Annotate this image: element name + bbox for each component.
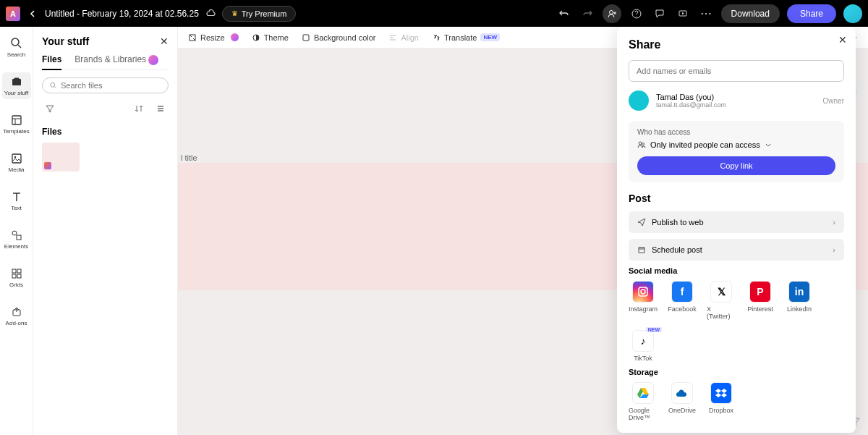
filter-button[interactable] (42, 101, 58, 117)
svg-point-23 (641, 290, 645, 294)
calendar-icon (637, 245, 646, 254)
svg-point-3 (12, 38, 19, 46)
svg-rect-6 (12, 154, 21, 163)
try-premium-button[interactable]: ♛ Try Premium (222, 6, 297, 22)
post-heading: Post (629, 193, 844, 204)
svg-point-7 (14, 156, 15, 158)
share-x-twitter[interactable]: 𝕏X (Twitter) (707, 281, 736, 320)
files-section-label: Files (42, 127, 169, 137)
schedule-post-button[interactable]: Schedule post › (629, 239, 844, 261)
app-logo[interactable]: A (6, 7, 20, 21)
svg-point-15 (51, 83, 55, 87)
close-share-button[interactable]: ✕ (838, 34, 847, 46)
new-badge: NEW (480, 33, 500, 41)
people-icon (637, 140, 646, 149)
share-dropbox[interactable]: Dropbox (707, 382, 736, 421)
premium-badge-icon (148, 55, 158, 65)
person-role: Owner (823, 97, 844, 105)
share-button[interactable]: Share (787, 4, 836, 23)
close-panel-button[interactable]: ✕ (160, 35, 169, 47)
chevron-right-icon: › (833, 218, 835, 227)
sort-button[interactable] (131, 101, 147, 117)
instagram-icon (632, 281, 654, 303)
search-files-wrap[interactable] (42, 77, 169, 93)
share-pinterest[interactable]: PPinterest (746, 281, 775, 320)
rail-elements[interactable]: Elements (0, 226, 33, 253)
search-icon (50, 81, 56, 90)
tab-brands-libraries[interactable]: Brands & Libraries (75, 54, 158, 65)
copy-link-button[interactable]: Copy link (637, 156, 835, 175)
title-placeholder-fragment: l title (181, 153, 197, 162)
crown-icon: ♛ (231, 9, 238, 17)
person-name: Tamal Das (you) (656, 93, 816, 101)
invite-button[interactable] (603, 4, 621, 23)
more-button[interactable]: ⋯ (698, 6, 714, 22)
translate-tool[interactable]: TranslateNEW (432, 33, 500, 42)
svg-point-8 (12, 231, 17, 235)
top-bar: A Untitled - February 19, 2024 at 02.56.… (0, 0, 868, 27)
svg-rect-18 (303, 35, 309, 41)
send-icon (637, 218, 646, 227)
svg-rect-12 (12, 274, 16, 278)
x-icon: 𝕏 (710, 281, 732, 303)
align-tool: Align (388, 33, 418, 42)
chevron-down-icon (765, 141, 772, 148)
rail-search[interactable]: Search (0, 34, 33, 61)
panel-title: Your stuff (42, 35, 89, 47)
svg-rect-5 (12, 116, 21, 124)
svg-point-20 (642, 143, 644, 145)
cloud-sync-icon[interactable] (205, 7, 216, 20)
chevron-right-icon: › (833, 245, 835, 254)
svg-rect-21 (639, 248, 644, 253)
rail-media[interactable]: Media (0, 149, 33, 176)
linkedin-icon: in (788, 281, 810, 303)
share-tiktok[interactable]: NEW♪TikTok (629, 330, 658, 362)
search-files-input[interactable] (61, 81, 161, 90)
publish-to-web-button[interactable]: Publish to web › (629, 211, 844, 233)
share-google-drive[interactable]: Google Drive™ (629, 382, 658, 421)
comment-button[interactable] (652, 6, 668, 22)
help-button[interactable] (629, 6, 644, 22)
tiktok-icon: ♪ (632, 330, 654, 352)
google-drive-icon (632, 382, 654, 404)
share-onedrive[interactable]: OneDrive (668, 382, 697, 421)
svg-point-0 (609, 10, 613, 14)
rail-addons[interactable]: Add-ons (0, 303, 33, 329)
rail-text[interactable]: Text (0, 187, 33, 214)
present-button[interactable] (675, 6, 691, 22)
svg-point-24 (645, 288, 647, 290)
rail-your-stuff[interactable]: Your stuff (2, 72, 31, 99)
user-avatar[interactable] (843, 4, 862, 23)
your-stuff-panel: Your stuff ✕ Files Brands & Libraries Fi… (33, 27, 178, 435)
download-button[interactable]: Download (721, 4, 780, 23)
access-dropdown[interactable]: Only invited people can access (637, 140, 835, 149)
pinterest-icon: P (749, 281, 771, 303)
dropbox-icon (710, 382, 732, 404)
premium-label: Try Premium (242, 9, 287, 18)
theme-tool[interactable]: Theme (252, 33, 289, 42)
background-color-tool[interactable]: Background color (302, 33, 376, 42)
rail-templates[interactable]: Templates (0, 111, 33, 138)
premium-badge-icon (231, 33, 239, 41)
share-panel: ✕ Share Tamal Das (you) tamal.tt.das@gma… (617, 27, 856, 433)
undo-button[interactable] (556, 6, 572, 22)
facebook-icon: f (671, 281, 693, 303)
svg-rect-13 (17, 274, 21, 278)
person-email: tamal.tt.das@gmail.com (656, 101, 816, 109)
share-names-input[interactable] (629, 60, 844, 82)
share-linkedin[interactable]: inLinkedIn (785, 281, 814, 320)
resize-tool[interactable]: Resize (188, 33, 239, 42)
document-title[interactable]: Untitled - February 19, 2024 at 02.56.25 (45, 9, 199, 19)
svg-point-19 (639, 142, 642, 145)
share-instagram[interactable]: Instagram (629, 281, 658, 320)
list-view-button[interactable] (153, 101, 169, 117)
storage-heading: Storage (629, 368, 844, 376)
file-thumbnail[interactable] (42, 143, 80, 172)
tab-files[interactable]: Files (42, 54, 61, 65)
share-facebook[interactable]: fFacebook (668, 281, 697, 320)
redo-button[interactable] (579, 6, 595, 22)
share-person-row: Tamal Das (you) tamal.tt.das@gmail.com O… (629, 90, 844, 111)
back-button[interactable] (26, 7, 39, 20)
share-heading: Share (629, 38, 844, 51)
rail-grids[interactable]: Grids (0, 264, 33, 291)
